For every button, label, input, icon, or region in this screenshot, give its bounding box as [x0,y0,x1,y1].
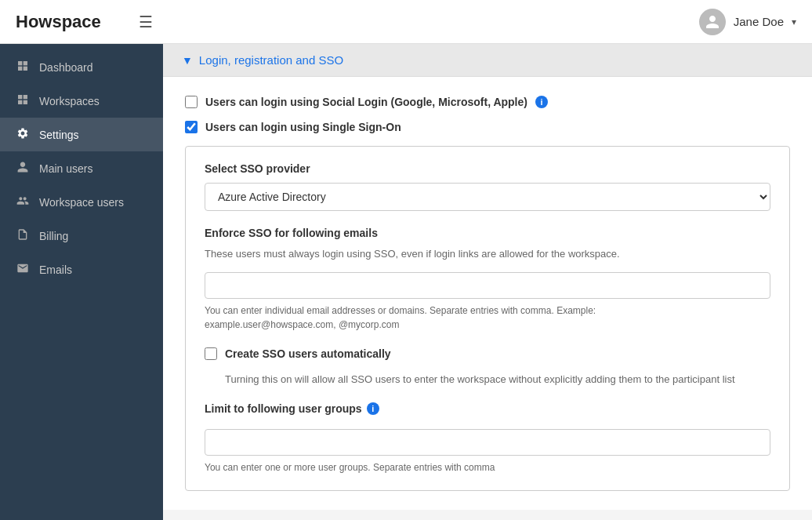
sidebar-item-workspace-users[interactable]: Workspace users [0,185,163,219]
sso-login-checkbox[interactable] [185,121,198,133]
sidebar-label-dashboard: Dashboard [39,61,93,74]
emails-icon [16,262,30,277]
main-content: ▼ Login, registration and SSO Users can … [163,44,812,520]
limit-groups-label-text: Limit to following user groups [205,402,362,415]
app-header: Howspace ☰ Jane Doe ▾ [0,0,812,44]
workspaces-icon [16,93,30,108]
enforce-sso-field-group: Enforce SSO for following emails These u… [205,227,770,332]
limit-groups-label-row: Limit to following user groups i [205,402,770,415]
sso-login-label: Users can login using Single Sign-On [205,121,401,133]
hamburger-icon[interactable]: ☰ [139,13,153,31]
svg-rect-3 [24,67,27,71]
social-login-info-icon[interactable]: i [535,96,548,108]
sso-provider-select[interactable]: Azure Active Directory Google SAML 2.0 O… [205,183,770,211]
sidebar: Dashboard Workspaces Settings Main users… [0,44,163,520]
sidebar-item-dashboard[interactable]: Dashboard [0,50,163,84]
auto-create-field-group: Create SSO users automatically Turning t… [205,347,770,387]
billing-icon [16,228,30,243]
sso-login-row: Users can login using Single Sign-On [185,121,790,133]
auto-create-sublabel: Turning this on will allow all SSO users… [205,373,770,387]
enforce-emails-input[interactable] [205,272,770,299]
provider-field-group: Select SSO provider Azure Active Directo… [205,162,770,211]
auto-create-label: Create SSO users automatically [225,347,391,360]
limit-groups-input[interactable] [205,429,770,456]
sidebar-label-workspace-users: Workspace users [39,196,124,209]
enforce-label: Enforce SSO for following emails [205,227,770,239]
settings-icon [16,127,30,142]
provider-label: Select SSO provider [205,162,770,175]
main-users-icon [16,161,30,176]
header-left: Howspace ☰ [16,12,153,32]
avatar-icon [705,14,720,30]
sidebar-label-emails: Emails [39,264,72,276]
sidebar-label-billing: Billing [39,230,68,242]
limit-groups-info-icon[interactable]: i [367,402,379,415]
social-login-label: Users can login using Social Login (Goog… [205,96,527,108]
settings-content: Users can login using Social Login (Goog… [163,77,812,510]
header-right: Jane Doe ▾ [699,9,796,35]
sidebar-item-main-users[interactable]: Main users [0,151,163,185]
section-chevron-icon[interactable]: ▼ [182,54,193,67]
sidebar-item-workspaces[interactable]: Workspaces [0,84,163,118]
sidebar-label-main-users: Main users [39,162,92,175]
svg-rect-1 [24,61,27,65]
workspace-users-icon [16,195,30,209]
social-login-row: Users can login using Social Login (Goog… [185,96,790,108]
dashboard-icon [16,60,30,75]
section-title: Login, registration and SSO [199,53,343,67]
sidebar-label-settings: Settings [39,129,79,141]
section-header: ▼ Login, registration and SSO [163,44,812,77]
enforce-sublabel: These users must always login using SSO,… [205,247,770,261]
avatar [699,9,726,35]
sidebar-item-emails[interactable]: Emails [0,253,163,286]
limit-groups-field-group: Limit to following user groups i You can… [205,402,770,475]
svg-rect-0 [18,61,22,65]
auto-create-row: Create SSO users automatically [205,347,770,360]
sidebar-item-billing[interactable]: Billing [0,219,163,253]
enforce-hint-line1: You can enter individual email addresses… [205,304,770,332]
sidebar-item-settings[interactable]: Settings [0,118,163,151]
username-label: Jane Doe [734,15,784,28]
sidebar-label-workspaces: Workspaces [39,95,100,107]
social-login-checkbox[interactable] [185,96,198,108]
main-layout: Dashboard Workspaces Settings Main users… [0,44,812,520]
auto-create-checkbox[interactable] [205,347,217,360]
limit-groups-hint: You can enter one or more user groups. S… [205,460,770,475]
user-menu-chevron[interactable]: ▾ [792,16,796,27]
app-logo: Howspace [16,12,101,32]
sso-config-box: Select SSO provider Azure Active Directo… [185,146,790,491]
svg-rect-2 [18,67,22,71]
